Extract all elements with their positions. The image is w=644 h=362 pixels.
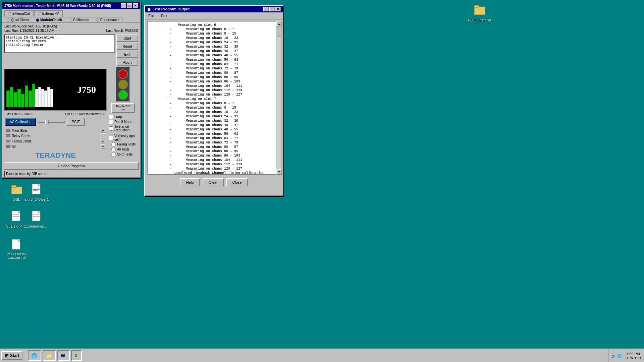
calibration-file-icon-svg [32,211,42,222]
desktop-icon-v51-2[interactable]: V51 - 120718 - CULCUB Fail [3,238,30,259]
tab-module-check[interactable]: ModuleCheck [33,17,65,22]
tab-performance[interactable]: Performance [93,17,122,22]
j750-close-button[interactable]: ✕ [133,3,138,8]
slider-track[interactable] [38,121,65,123]
tray-icons: 🔊 🌐 [611,354,622,358]
slot-rows: Main Slots + Relay Cords + Failing Cords… [4,127,107,150]
slot3-icon [30,183,44,196]
output-line-28: - Measuring on chans 80 - 87 [150,145,273,149]
slot-row-main: Main Slots + [6,128,105,133]
unload-program-button[interactable]: Unload Program [4,162,139,170]
slot-plus-relay[interactable]: + [101,133,105,138]
slot-minus-main [6,129,10,132]
toggle-dib-button[interactable]: Toggle DIB Pwr [111,103,135,113]
all-tests-radio[interactable] [111,147,116,152]
light-green [118,90,128,100]
tpo-button-row: Help Clear Close [145,176,283,188]
svg-rect-1 [11,185,16,187]
taskbar-btn-explorer[interactable]: 📁 [43,350,56,361]
menu-file[interactable]: File [146,13,156,18]
tolerance-checkbox[interactable] [109,126,113,131]
slot-plus-main[interactable]: + [101,128,105,133]
slot-plus-failing[interactable]: + [101,139,105,143]
pcit-button[interactable]: PCIT [67,118,85,126]
output-line-9: - Measuring on chans 64 - 71 [150,62,273,66]
taskbar-btn-ie[interactable]: 🌐 [28,350,41,361]
loop-checkbox[interactable] [109,115,113,119]
scroll-up-button[interactable]: ▲ [276,21,282,26]
teradyne-logo: TERADYNE [4,150,107,161]
scroll-down-button[interactable]: ▼ [276,169,282,175]
j750-minimize-button[interactable]: _ [121,3,126,8]
j750-logo: J750 [77,84,96,95]
tpo-maximize-button[interactable]: □ [269,7,275,11]
verbosity-row: Verbosity (qck sell) [109,134,138,142]
start-label: Start [10,353,19,358]
slot-minus-failing [6,140,10,142]
output-line-20: - Measuring on chans 16 - 23 [150,110,273,114]
radio-module-check [36,18,39,22]
j750-maximize-button[interactable]: □ [127,3,132,8]
file-icon2-svg [12,211,21,222]
tpo-output-area[interactable]: - Measuring on slot 6 - Measuring on cha… [148,21,280,175]
v51-2-label: V51 - 120718 - CULCUB Fail [3,253,30,259]
bar-10 [38,87,41,107]
failing-tests-radio[interactable] [111,142,116,146]
output-line-29: - Measuring on chans 88 - 95 [150,149,273,154]
output-line-6: - Measuring on chans 40 - 47 [150,49,273,53]
start-button-taskbar[interactable]: ⊞ Start [1,351,22,360]
menu-edit[interactable]: Edit [159,13,169,18]
ac-calibration-button[interactable]: AC Calibration [5,118,36,126]
tpo-close-button[interactable]: ✕ [275,7,281,11]
tpo-minimize-button[interactable]: _ [263,7,269,11]
close-tpo-button[interactable]: Close [226,178,248,186]
output-line-32: - Measuring on chans 112 - 119 [150,162,273,167]
checkboxes-panel: Loop Detail Mode … Tolerance Reduction V… [108,114,138,157]
v51-icon [10,209,23,223]
j750-maintenance-window: J750 Maintenance - Tester Mode MUI8.15 W… [2,2,141,178]
desktop-icon-installer[interactable]: P605_Installer [466,3,493,22]
spc-tests-radio[interactable] [111,152,116,157]
output-line-5: - Measuring on chans 32 - 39 [150,45,273,49]
output-line-10: - Measuring on chans 72 - 79 [150,66,273,71]
tab-quick-check[interactable]: QuickCheck [4,17,32,22]
abort-button[interactable]: Abort [116,59,138,66]
radio-performance [96,18,99,22]
start-button[interactable]: Start [116,35,138,42]
slot3-label: slot3_24Jan_1 [25,197,49,201]
bar-3 [14,92,17,107]
desktop-icon-calibration[interactable]: Calibration... [23,209,50,228]
exit-button[interactable]: Exit [116,51,138,58]
test-program-output-window: 📋 Test Program Output _ □ ✕ File Edit - … [144,5,283,196]
spc-tests-row: SPC Tests [109,152,138,157]
tester-display: J750 [4,69,107,111]
explorer-icon: 📁 [46,353,52,358]
tab-external-cal[interactable]: ExternalCal [4,10,34,16]
output-line-30: - Measuring on chans 96 - 103 [150,154,273,158]
reset-button[interactable]: Reset [116,43,138,50]
tpo-title: Test Program Output [153,7,190,11]
help-button[interactable]: Help [180,178,200,186]
taskbar-btn-excel[interactable]: X [71,350,82,361]
scroll-thumb[interactable] [277,27,281,37]
tab-calibration[interactable]: Calibration [66,17,92,22]
slot-plus-all[interactable]: + [101,144,105,149]
output-line-2: - Measuring on chans 8 - 15 [150,32,273,36]
slider-thumb[interactable] [45,120,49,124]
svg-rect-17 [474,7,485,15]
slot-row-failing: Failing Cords + [6,138,105,144]
detail-mode-checkbox[interactable] [109,120,113,124]
scroll-track[interactable] [276,26,281,169]
taskbar-btn-word[interactable]: W [57,350,69,361]
clear-button[interactable]: Clear [203,178,223,186]
output-line-8: - Measuring on chans 56 - 63 [150,58,273,62]
verbosity-checkbox[interactable] [109,136,113,140]
bar-5 [21,94,24,107]
main-controls: Start Reset Exit Abort [116,35,138,66]
tpo-scrollbar[interactable]: ▲ ▼ [276,21,281,175]
desktop-icon-slot3[interactable]: slot3_24Jan_1 [23,183,50,201]
slot-minus-all [6,145,10,148]
output-line-17: - Measuring on slot 7 [150,97,273,101]
tab-external-pv[interactable]: ExternalPV [34,10,63,16]
failing-tests-label: Failing Tests [117,142,136,146]
